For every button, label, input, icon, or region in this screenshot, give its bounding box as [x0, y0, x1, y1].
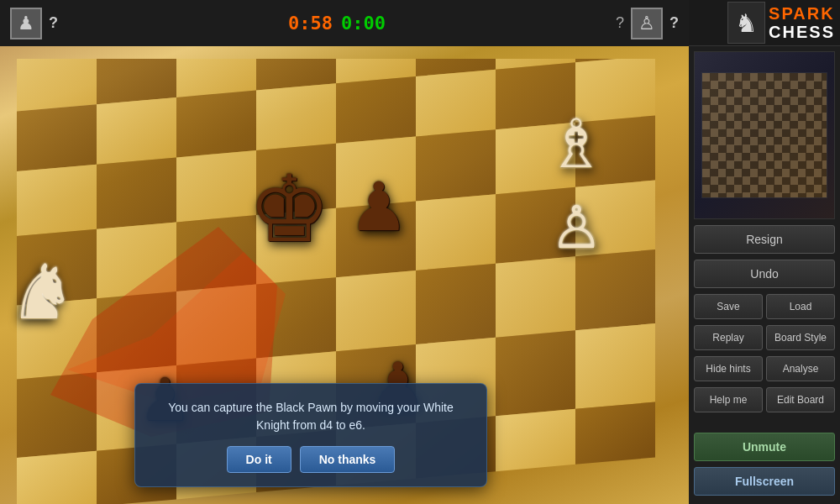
- analyse-button[interactable]: Analyse: [766, 356, 835, 381]
- save-load-row: Save Load: [694, 294, 835, 319]
- helpme-editboard-row: Help me Edit Board: [694, 387, 835, 412]
- sidebar: Resign Undo Save Load Replay Board Style…: [689, 46, 840, 504]
- white-bishop[interactable]: ♗: [546, 105, 606, 183]
- dialog-buttons: Do it No thanks: [152, 446, 470, 473]
- hint-text: You can capture the Black Pawn by moving…: [152, 399, 470, 434]
- hide-hints-button[interactable]: Hide hints: [694, 356, 763, 381]
- svg-rect-48: [17, 451, 97, 504]
- svg-rect-55: [575, 402, 655, 465]
- svg-rect-12: [336, 76, 416, 144]
- svg-rect-17: [97, 157, 176, 228]
- svg-rect-9: [97, 97, 176, 165]
- hints-analyse-row: Hide hints Analyse: [694, 356, 835, 381]
- help-icon-right[interactable]: ?: [616, 14, 624, 32]
- player2-avatar: ♙: [631, 8, 663, 39]
- main-area: ♞ ♗ ♙ ♚ ♟ ♟ ♟ You can capture the Black …: [0, 46, 840, 504]
- black-pawn-center[interactable]: ♟: [349, 168, 409, 246]
- svg-rect-21: [416, 129, 496, 201]
- svg-rect-1: [97, 59, 176, 104]
- svg-rect-10: [176, 91, 256, 158]
- svg-rect-8: [17, 104, 97, 171]
- spark-logo: ♞ SPARK CHESS: [727, 2, 835, 44]
- undo-button[interactable]: Undo: [694, 260, 835, 288]
- resign-button[interactable]: Resign: [694, 225, 835, 254]
- svg-rect-18: [176, 150, 256, 222]
- spark-text: SPARK: [769, 4, 835, 23]
- svg-rect-36: [336, 270, 416, 351]
- board-style-button[interactable]: Board Style: [766, 325, 835, 350]
- board-area: ♞ ♗ ♙ ♚ ♟ ♟ ♟ You can capture the Black …: [0, 46, 689, 504]
- timer-green: 0:00: [341, 13, 386, 34]
- svg-rect-29: [416, 194, 496, 270]
- svg-rect-16: [17, 165, 97, 236]
- replay-boardstyle-row: Replay Board Style: [694, 325, 835, 350]
- replay-button[interactable]: Replay: [694, 325, 763, 350]
- svg-rect-46: [496, 330, 575, 416]
- edit-board-button[interactable]: Edit Board: [766, 387, 835, 412]
- no-thanks-button[interactable]: No thanks: [300, 446, 396, 473]
- black-king[interactable]: ♚: [248, 155, 331, 263]
- white-pawn[interactable]: ♙: [550, 193, 603, 262]
- do-it-button[interactable]: Do it: [227, 446, 291, 473]
- white-knight[interactable]: ♞: [8, 248, 76, 336]
- hint-dialog: You can capture the Black Pawn by moving…: [134, 383, 487, 487]
- player2-info: ? ♙ ?: [616, 8, 679, 39]
- player2-name: ?: [669, 14, 679, 32]
- horse-icon: ♞: [727, 2, 765, 44]
- svg-rect-13: [416, 70, 496, 137]
- fullscreen-button[interactable]: Fullscreen: [694, 467, 835, 496]
- svg-rect-54: [496, 409, 575, 471]
- svg-rect-0: [17, 59, 97, 112]
- save-button[interactable]: Save: [694, 294, 763, 319]
- svg-rect-37: [416, 264, 496, 344]
- player1-name: ?: [49, 14, 58, 32]
- help-me-button[interactable]: Help me: [694, 387, 763, 412]
- svg-rect-47: [575, 323, 655, 409]
- sidebar-preview: [694, 51, 835, 219]
- unmute-button[interactable]: Unmute: [694, 433, 835, 461]
- timer-orange: 0:58: [288, 13, 333, 34]
- spark-header: ♞ SPARK CHESS: [689, 0, 840, 46]
- timers: 0:58 0:00: [288, 13, 386, 34]
- player1-info: ♟ ?: [10, 8, 58, 39]
- svg-rect-38: [496, 256, 575, 337]
- top-bar: ♟ ? 0:58 0:00 ? ♙ ?: [0, 0, 689, 46]
- svg-rect-11: [256, 83, 336, 150]
- player1-avatar: ♟: [10, 8, 42, 39]
- chess-text: CHESS: [769, 23, 835, 41]
- load-button[interactable]: Load: [766, 294, 835, 319]
